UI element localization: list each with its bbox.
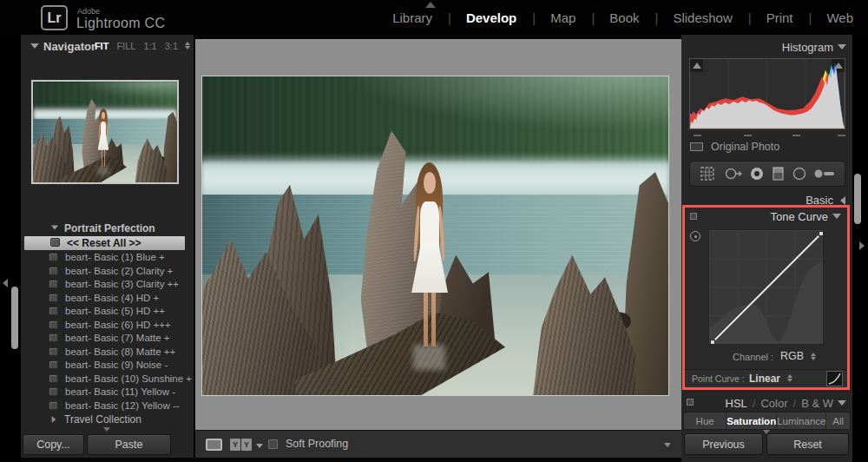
previous-button[interactable]: Previous [684, 433, 763, 455]
right-scrollbar[interactable] [854, 174, 861, 224]
preset-label: beart- Basic (10) Sunshine + [65, 373, 192, 384]
preset-icon [49, 280, 58, 288]
before-after-icon[interactable]: Y Y [230, 439, 252, 451]
main-photo[interactable] [202, 76, 668, 395]
hsl-tab[interactable]: Hue [684, 412, 727, 429]
preset-label: beart- Basic (1) Blue + [65, 252, 165, 262]
panel-switch-icon[interactable] [687, 399, 694, 406]
targeted-adjustment-icon[interactable] [690, 231, 700, 241]
collapsed-folder-row[interactable]: Travel Collection [21, 413, 194, 426]
preset-item[interactable]: beart- Basic (2) Clarity + [21, 265, 194, 279]
highlights-handle[interactable] [792, 135, 800, 136]
edit-point-curve-icon[interactable] [826, 371, 843, 386]
preset-folder-row[interactable]: Portrait Perfection [21, 222, 194, 235]
module-nav-item[interactable]: Library [385, 10, 440, 25]
graduated-filter-icon[interactable] [771, 165, 786, 182]
soft-proofing-checkbox[interactable] [268, 439, 278, 449]
exposure-handle[interactable] [744, 135, 752, 136]
preset-item[interactable]: beart- Basic (8) Matte ++ [21, 346, 194, 360]
hsl-tab[interactable]: Luminance [777, 412, 826, 429]
left-panel: Navigator FITFILL1:13:1 [21, 35, 195, 458]
preset-item-selected[interactable]: << Reset All >> [24, 236, 185, 250]
module-nav-item[interactable]: Web [801, 10, 861, 25]
paste-button[interactable]: Paste [87, 434, 171, 455]
module-nav-item[interactable]: Book [583, 10, 647, 25]
histogram[interactable] [689, 58, 845, 129]
woman-subject [406, 162, 453, 370]
before-icon: Y [230, 439, 240, 451]
preset-icon [49, 294, 58, 302]
left-collapse-arrow-icon[interactable] [3, 279, 8, 287]
preset-label: << Reset All >> [67, 237, 141, 249]
histogram-title[interactable]: Histogram [782, 41, 833, 54]
hsl-mode-option[interactable]: B & W [788, 397, 833, 410]
copy-button[interactable]: Copy... [23, 434, 84, 455]
preset-icon [49, 360, 58, 369]
red-eye-correction-icon[interactable] [748, 165, 767, 182]
preset-label: beart- Basic (4) HD + [65, 293, 159, 303]
before-after-dropdown-icon[interactable] [256, 444, 263, 448]
preset-item[interactable]: beart- Basic (1) Blue + [21, 251, 194, 265]
navigator-zoom-option[interactable]: 3:1 [165, 41, 178, 51]
adjustment-brush-icon[interactable] [812, 165, 837, 182]
navigator-zoom-option[interactable]: FIT [95, 41, 109, 51]
navigator-preview[interactable] [31, 80, 179, 184]
navigator-header[interactable]: Navigator FITFILL1:13:1 [21, 38, 194, 56]
preset-item[interactable]: beart- Basic (10) Sunshine + [21, 373, 194, 386]
top-bar: Lr Adobe Lightroom CC LibraryDevelopMapB… [0, 0, 868, 35]
panel-switch-icon[interactable] [690, 213, 697, 220]
preset-item[interactable]: beart- Basic (11) Yellow - [21, 386, 194, 399]
navigator-zoom-option[interactable]: 1:1 [143, 41, 156, 51]
preset-label: beart- Basic (7) Matte + [65, 333, 169, 343]
point-curve-spinner-icon[interactable] [787, 374, 792, 382]
navigator-zoom-option[interactable]: FILL [116, 41, 135, 51]
loupe-view-icon[interactable] [206, 439, 222, 451]
curve-line [709, 230, 824, 345]
right-collapse-arrow-icon[interactable] [859, 241, 865, 250]
channel-spinner-icon[interactable] [811, 353, 816, 360]
preset-item[interactable]: beart- Basic (5) HD ++ [21, 305, 194, 319]
blacks-handle[interactable] [694, 135, 701, 136]
channel-select[interactable]: RGB [780, 350, 804, 362]
whites-handle[interactable] [838, 135, 845, 136]
preset-item[interactable]: beart- Basic (3) Clarity ++ [21, 278, 194, 292]
preset-icon [50, 238, 60, 247]
tone-curve-graph[interactable] [708, 229, 824, 345]
preset-item[interactable]: beart- Basic (6) HD +++ [21, 319, 194, 333]
module-nav-item[interactable]: Develop [440, 10, 524, 25]
hsl-mode-option[interactable]: HSL [726, 397, 747, 410]
preset-label: beart- Basic (6) HD +++ [65, 320, 171, 330]
radial-filter-icon[interactable] [791, 165, 808, 182]
chevron-right-icon [52, 416, 56, 423]
tone-curve-panel: Tone Curve Channel : RGB Point Curve : [682, 205, 850, 390]
reset-button[interactable]: Reset [766, 433, 849, 455]
tone-curve-title[interactable]: Tone Curve [771, 210, 828, 223]
hsl-panel-header[interactable]: HSLColorB & W [681, 395, 852, 411]
point-curve-row: Point Curve : Linear [685, 369, 847, 387]
crop-overlay-icon[interactable] [698, 165, 719, 182]
module-nav-item[interactable]: Slideshow [647, 10, 740, 25]
preset-icon [49, 347, 58, 356]
left-scrollbar[interactable] [11, 287, 18, 349]
module-nav-item[interactable]: Print [740, 10, 801, 25]
hsl-tab[interactable]: Saturation [727, 412, 777, 429]
module-picker: LibraryDevelopMapBookSlideshowPrintWeb [385, 0, 861, 35]
preset-item[interactable]: beart- Basic (9) Noise - [21, 359, 194, 373]
hsl-mode-option[interactable]: Color [747, 397, 788, 410]
zoom-spinner-icon[interactable] [185, 42, 190, 50]
preset-label: beart- Basic (9) Noise - [65, 360, 168, 370]
adobe-label: Adobe [77, 7, 100, 16]
spot-removal-icon[interactable] [723, 165, 744, 182]
preset-label: beart- Basic (12) Yellow -- [65, 400, 180, 411]
hsl-tab[interactable]: All [826, 412, 850, 429]
point-curve-select[interactable]: Linear [749, 373, 780, 385]
preset-item[interactable]: beart- Basic (4) HD + [21, 292, 194, 306]
navigator-title: Navigator [43, 40, 95, 53]
preset-item[interactable]: beart- Basic (12) Yellow -- [21, 399, 194, 413]
preset-item[interactable]: beart- Basic (7) Matte + [21, 332, 194, 346]
leg [104, 148, 105, 167]
module-nav-item[interactable]: Map [524, 10, 583, 25]
toolbar-options-icon[interactable] [664, 443, 671, 447]
chevron-down-icon [30, 43, 39, 49]
after-icon: Y [241, 439, 252, 451]
